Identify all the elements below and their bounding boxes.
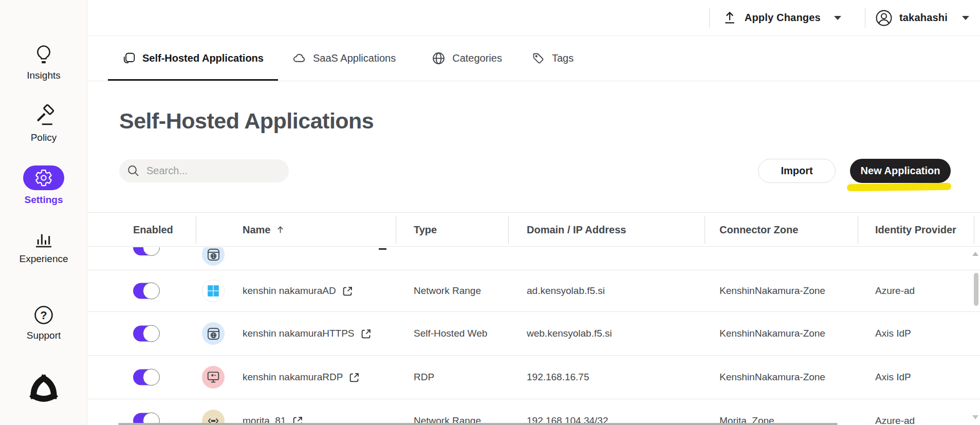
upload-icon xyxy=(722,9,737,27)
gear-icon xyxy=(34,169,53,187)
tab-label: SaaS Applications xyxy=(313,52,396,64)
chevron-down-icon[interactable] xyxy=(962,16,969,20)
column-separator xyxy=(508,216,509,244)
sidebar-item-policy[interactable]: Policy xyxy=(0,104,87,143)
column-header-connector-zone[interactable]: Connector Zone xyxy=(719,224,798,235)
import-button[interactable]: Import xyxy=(758,159,836,183)
user-menu[interactable]: takahashi xyxy=(875,9,948,27)
topbar-divider xyxy=(709,8,710,28)
application-name[interactable]: kenshin nakamuraHTTPS xyxy=(243,328,355,339)
tab-self-hosted-applications[interactable]: Self-Hosted Applications xyxy=(108,36,278,81)
identity-provider: Azure-ad xyxy=(875,415,915,425)
horizontal-scrollbar-thumb[interactable] xyxy=(118,423,838,425)
application-name[interactable]: kenshin nakamuraAD xyxy=(243,285,336,297)
search-input[interactable] xyxy=(146,165,282,177)
identity-provider: Axis IdP xyxy=(875,372,911,383)
settings-pill[interactable] xyxy=(23,165,64,190)
column-header-label: Name xyxy=(243,224,270,235)
cloud-icon xyxy=(292,51,306,65)
sidebar-item-label: Policy xyxy=(0,132,87,143)
sidebar-item-support[interactable]: ? Support xyxy=(0,304,87,341)
column-header-identity-provider[interactable]: Identity Provider xyxy=(875,224,956,235)
scrollbar-up-arrow[interactable] xyxy=(972,252,978,256)
tab-label: Self-Hosted Applications xyxy=(142,52,264,64)
application-type: Network Range xyxy=(414,285,481,297)
application-type: Self-Hosted Web xyxy=(414,328,487,339)
brand-logo xyxy=(0,369,87,411)
windows-icon xyxy=(202,280,225,302)
connector-zone: KenshinNakamura-Zone xyxy=(719,285,825,297)
application-domain: web.kensyolab.f5.si xyxy=(527,328,612,339)
chevron-down-icon[interactable] xyxy=(834,16,841,20)
external-link-icon[interactable] xyxy=(349,372,360,383)
table-row[interactable]: kenshin nakamuraRDP RDP 192.168.16.75 Ke… xyxy=(88,356,980,399)
column-header-name[interactable]: Name xyxy=(243,224,285,235)
globe-icon xyxy=(432,51,446,65)
table-row[interactable]: kenshin nakamuraHTTPS Self-Hosted Web we… xyxy=(88,312,980,356)
table-body: kenshin nakamuraAD Network Range ad.kens… xyxy=(88,247,980,425)
table-row[interactable]: kenshin nakamuraAD Network Range ad.kens… xyxy=(88,270,980,312)
web-browser-icon xyxy=(202,322,225,345)
apply-changes-button[interactable]: Apply Changes xyxy=(722,9,821,27)
application-type: RDP xyxy=(414,372,434,383)
page-title: Self-Hosted Applications xyxy=(119,108,374,134)
table-row-partial[interactable] xyxy=(88,247,980,270)
column-header-enabled[interactable]: Enabled xyxy=(133,224,173,235)
sidebar-item-label: Insights xyxy=(0,70,87,81)
table-row[interactable]: morita_81 Network Range 192.168.104.34/3… xyxy=(88,399,980,425)
hosted-app-icon xyxy=(122,52,136,65)
question-circle-icon: ? xyxy=(0,304,87,326)
rdp-monitor-icon xyxy=(202,366,225,389)
gavel-icon xyxy=(0,104,87,128)
search-box[interactable] xyxy=(119,159,289,182)
identity-provider: Axis IdP xyxy=(875,328,911,339)
lightbulb-icon xyxy=(0,43,87,66)
column-separator xyxy=(705,216,705,244)
tab-tags[interactable]: Tags xyxy=(517,36,588,81)
column-header-type[interactable]: Type xyxy=(414,224,437,235)
new-application-button[interactable]: New Application xyxy=(850,159,951,183)
connector-zone: KenshinNakamura-Zone xyxy=(719,372,825,383)
tab-bar: Self-Hosted Applications SaaS Applicatio… xyxy=(88,36,980,81)
sidebar: Insights Policy Settings xyxy=(0,0,87,425)
yellow-highlight-annotation xyxy=(847,183,951,191)
sidebar-item-experience[interactable]: Experience xyxy=(0,229,87,265)
sidebar-item-label: Support xyxy=(0,330,87,341)
column-separator xyxy=(196,216,196,244)
tab-label: Tags xyxy=(552,52,574,64)
top-bar: Apply Changes takahashi xyxy=(88,0,980,36)
sidebar-item-label: Experience xyxy=(0,253,87,265)
bar-chart-icon xyxy=(0,229,87,249)
application-domain: ad.kensyolab.f5.si xyxy=(527,285,605,297)
enabled-toggle[interactable] xyxy=(133,283,159,299)
tag-icon xyxy=(532,52,545,65)
search-icon xyxy=(126,164,140,178)
avatar-icon xyxy=(875,9,893,27)
enabled-toggle[interactable] xyxy=(133,369,159,385)
enabled-toggle[interactable] xyxy=(133,326,159,342)
vertical-scrollbar-thumb[interactable] xyxy=(974,273,978,306)
enabled-toggle[interactable] xyxy=(133,247,159,255)
application-name[interactable]: kenshin nakamuraRDP xyxy=(243,372,343,383)
sidebar-item-insights[interactable]: Insights xyxy=(0,43,87,81)
identity-provider: Azure-ad xyxy=(875,285,915,297)
connector-zone: KenshinNakamura-Zone xyxy=(719,328,825,339)
sidebar-item-label: Settings xyxy=(0,194,87,206)
tab-categories[interactable]: Categories xyxy=(417,36,516,81)
web-browser-icon xyxy=(202,247,225,266)
username-label: takahashi xyxy=(899,12,948,24)
table-header: Enabled Name Type Domain / IP Address Co… xyxy=(88,212,980,247)
column-separator xyxy=(396,216,396,244)
application-domain: 192.168.16.75 xyxy=(527,372,589,383)
column-header-domain[interactable]: Domain / IP Address xyxy=(527,224,626,235)
topbar-divider xyxy=(865,8,865,28)
external-link-icon[interactable] xyxy=(361,328,372,339)
axis-logo-icon xyxy=(0,369,87,411)
external-link-icon xyxy=(379,248,386,250)
scrollbar-down-arrow[interactable] xyxy=(972,415,978,419)
svg-text:?: ? xyxy=(40,309,47,322)
external-link-icon[interactable] xyxy=(342,286,353,297)
column-separator xyxy=(974,216,974,244)
sort-ascending-icon xyxy=(275,225,285,234)
tab-saas-applications[interactable]: SaaS Applications xyxy=(278,36,410,81)
